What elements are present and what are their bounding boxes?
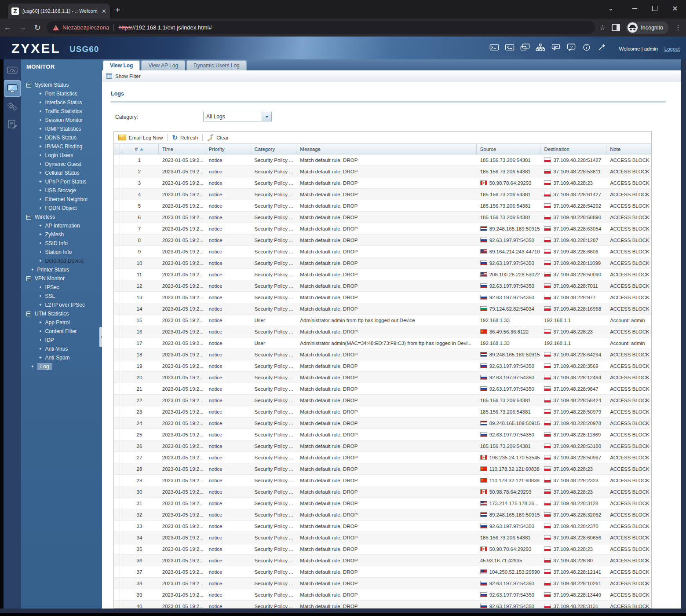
cli-icon[interactable] [505,44,514,51]
sidebar-item-vpn-monitor[interactable]: VPN Monitor [21,274,102,283]
column-header-destination[interactable]: Destination [540,144,606,154]
forward-button[interactable]: → [15,23,30,32]
log-row[interactable]: 22023-01-05 19:2...noticeSecurity Policy… [114,166,651,177]
column-header-message[interactable]: Message [296,144,476,154]
column-header-source[interactable]: Source [477,144,541,154]
reload-button[interactable]: ↻ [30,23,45,33]
log-row[interactable]: 332023-01-05 19:2...noticeSecurity Polic… [114,521,651,532]
log-row[interactable]: 322023-01-05 19:2...noticeSecurity Polic… [114,509,651,521]
column-header-category[interactable]: Category [251,144,297,154]
window-close-button[interactable]: ✕ [665,0,685,17]
browser-menu-icon[interactable]: ⋮ [675,23,682,32]
window-menu-chevron-icon[interactable]: ⌄ [601,0,621,17]
sidebar-item-ethernet-neighbor[interactable]: ✦Ethernet Neighbor [21,195,102,204]
browser-tab[interactable]: Z [usg60] (192.168.1.1) - .: Welcom ✕ [8,4,110,18]
sidebar-item-content-filter[interactable]: ✦Content Filter [21,327,102,336]
sidebar-item-ap-information[interactable]: ✦AP Information [21,221,102,230]
log-row[interactable]: 352023-01-05 19:2...noticeSecurity Polic… [114,543,651,555]
sidebar-item-l2tp-over-ipsec[interactable]: ✦L2TP over IPSec [21,301,102,309]
tab-dynamic-users-log[interactable]: Dynamic Users Log [186,60,247,70]
sidebar-item-utm-statistics[interactable]: UTM Statistics [21,309,102,318]
sidebar-item-igmp-statistics[interactable]: ✦IGMP Statistics [21,125,102,133]
log-row[interactable]: 302023-01-05 19:2...noticeSecurity Polic… [114,486,651,498]
logout-link[interactable]: Logout [664,46,680,51]
sidebar-item-anti-virus[interactable]: ✦Anti-Virus [21,345,102,353]
configuration-nav-icon[interactable] [4,99,20,114]
sidebar-item-interface-status[interactable]: ✦Interface Status [21,98,102,107]
forum-icon[interactable] [551,44,561,51]
log-row[interactable]: 402023-01-05 19:2...noticeSecurity Polic… [114,601,651,609]
log-row[interactable]: 292023-01-05 19:2...noticeSecurity Polic… [114,475,651,486]
log-row[interactable]: 32023-01-05 19:2...noticeSecurity Policy… [114,177,651,189]
sidebar-item-cellular-status[interactable]: ✦Cellular Status [21,169,102,177]
bookmark-star-icon[interactable]: ☆ [599,23,606,32]
column-header-note[interactable]: Note [606,144,651,154]
refresh-button[interactable]: ↻ Refresh [168,132,202,143]
log-row[interactable]: 72023-01-05 19:2...noticeSecurity Policy… [114,223,651,235]
log-row[interactable]: 342023-01-05 19:2...noticeSecurity Polic… [114,532,651,543]
log-row[interactable]: 42023-01-05 19:2...noticeSecurity Policy… [114,189,651,200]
back-button[interactable]: ← [0,23,15,32]
address-bar[interactable]: ! Niezabezpieczona https: //192.168.1.1/… [47,21,595,34]
log-row[interactable]: 212023-01-05 19:2...noticeSecurity Polic… [114,383,651,395]
email-log-now-button[interactable]: Email Log Now [114,132,167,143]
log-row[interactable]: 112023-01-05 19:2...noticeSecurity Polic… [114,269,651,280]
log-row[interactable]: 122023-01-05 19:2...noticeSecurity Polic… [114,280,651,292]
sidebar-item-printer-status[interactable]: ✦Printer Status [21,265,102,274]
wizard-icon[interactable] [597,44,607,51]
sidebar-item-ip-mac-binding[interactable]: ✦IP/MAC Binding [21,142,102,151]
column-header-priority[interactable]: Priority [205,144,251,154]
column-header-[interactable]: # [120,144,159,154]
monitor-nav-icon[interactable] [4,80,21,97]
sidebar-item-ssid-info[interactable]: ✦SSID Info [21,239,102,248]
log-row[interactable]: 142023-01-05 19:2...noticeSecurity Polic… [114,303,651,315]
log-row[interactable]: 222023-01-05 19:2...noticeSecurity Polic… [114,395,651,406]
sidebar-item-app-patrol[interactable]: ✦App Patrol [21,318,102,327]
log-row[interactable]: 372023-01-05 19:2...noticeSecurity Polic… [114,566,651,578]
help-icon[interactable]: ? [566,44,576,51]
tab-view-ap-log[interactable]: View AP Log [141,60,185,70]
log-row[interactable]: 132023-01-05 19:2...noticeSecurity Polic… [114,292,651,303]
log-row[interactable]: 382023-01-05 19:2...noticeSecurity Polic… [114,578,651,589]
log-row[interactable]: 282023-01-05 19:2...noticeSecurity Polic… [114,463,651,475]
log-row[interactable]: 312023-01-05 19:2...noticeSecurity Polic… [114,498,651,509]
log-row[interactable]: 392023-01-05 19:2...noticeSecurity Polic… [114,589,651,601]
log-row[interactable]: 272023-01-05 19:2...noticeSecurity Polic… [114,452,651,463]
sidebar-item-upnp-port-status[interactable]: ✦UPnP Port Status [21,177,102,186]
sidebar-item-ssl[interactable]: ✦SSL [21,292,102,301]
sidebar-item-ipsec[interactable]: ✦IPSec [21,283,102,292]
log-row[interactable]: 92023-01-05 19:2...noticeSecurity Policy… [114,246,651,257]
window-maximize-button[interactable] [645,0,665,17]
log-row[interactable]: 82023-01-05 19:2...noticeSecurity Policy… [114,235,651,246]
sidebar-item-detected-device[interactable]: ✦Detected Device [21,257,102,265]
sidebar-item-dynamic-guest[interactable]: ✦Dynamic Guest [21,160,102,169]
not-secure-label[interactable]: Niezabezpieczona [62,24,109,31]
show-filter-button[interactable]: Show Filter [115,73,141,79]
not-secure-warning-icon[interactable]: ! [53,25,59,30]
log-row[interactable]: 262023-01-05 19:2...noticeSecurity Polic… [114,440,651,452]
log-row[interactable]: 362023-01-05 19:2...noticeSecurity Polic… [114,555,651,566]
column-header-time[interactable]: Time [159,144,205,154]
sidebar-item-usb-storage[interactable]: ✦USB Storage [21,186,102,195]
site-map-icon[interactable] [536,44,545,51]
sidebar-item-station-info[interactable]: ✦Station Info [21,248,102,257]
log-row[interactable]: 242023-01-05 19:2...noticeSecurity Polic… [114,418,651,429]
category-select[interactable]: All Logs [203,112,272,121]
sidebar-item-wireless[interactable]: Wireless [21,213,102,221]
sidebar-item-anti-spam[interactable]: ✦Anti-Spam [21,353,102,362]
sidebar-item-login-users[interactable]: ✦Login Users [21,151,102,160]
multi-window-icon[interactable] [520,44,530,51]
tab-close-icon[interactable]: ✕ [102,8,106,15]
new-tab-button[interactable]: + [115,5,120,15]
sidebar-item-log[interactable]: ✦Log [21,362,102,371]
tab-view-log[interactable]: View Log [103,60,140,70]
log-row[interactable]: 182023-01-05 19:2...noticeSecurity Polic… [114,349,651,360]
sidebar-item-fqdn-object[interactable]: ✦FQDN Object [21,204,102,213]
log-row[interactable]: 62023-01-05 19:2...noticeSecurity Policy… [114,212,651,223]
log-row[interactable]: 102023-01-05 19:2...noticeSecurity Polic… [114,257,651,269]
window-minimize-button[interactable] [624,0,645,17]
sidebar-item-port-statistics[interactable]: ✦Port Statistics [21,89,102,98]
log-row[interactable]: 152023-01-05 19:2...noticeUserAdministra… [114,315,651,326]
sidebar-item-session-monitor[interactable]: ✦Session Monitor [21,116,102,125]
dashboard-nav-icon[interactable] [4,62,20,78]
